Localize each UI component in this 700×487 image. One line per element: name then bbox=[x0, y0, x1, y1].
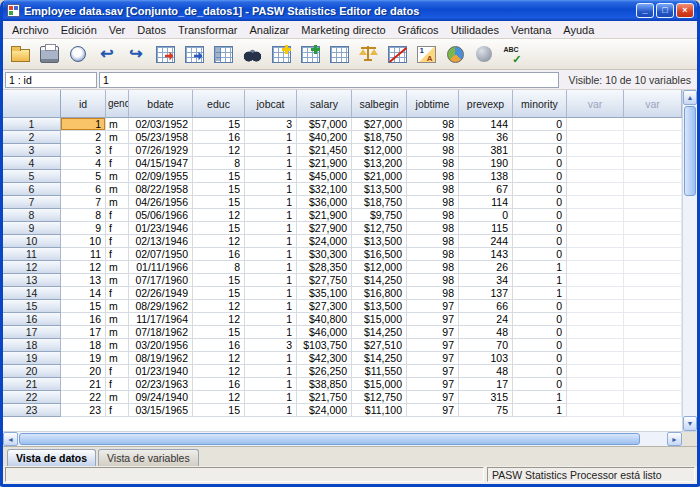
cell-r21-minority[interactable]: 0 bbox=[513, 378, 567, 391]
horizontal-scrollbar[interactable]: ◄ ► bbox=[3, 431, 697, 446]
scroll-up-arrow-icon[interactable]: ▲ bbox=[683, 90, 697, 105]
cell-r16-id[interactable]: 16 bbox=[61, 313, 106, 326]
cell-r8-id[interactable]: 8 bbox=[61, 209, 106, 222]
cell-r3-id[interactable]: 3 bbox=[61, 144, 106, 157]
cell-r20-gender[interactable]: f bbox=[106, 365, 129, 378]
cell-r10-minority[interactable]: 0 bbox=[513, 235, 567, 248]
cell-r20-salbegin[interactable]: $11,550 bbox=[352, 365, 407, 378]
cell-empty[interactable] bbox=[567, 131, 624, 144]
cell-r22-jobcat[interactable]: 1 bbox=[245, 391, 297, 404]
cell-r20-id[interactable]: 20 bbox=[61, 365, 106, 378]
cell-r18-prevexp[interactable]: 70 bbox=[459, 339, 513, 352]
column-header-minority[interactable]: minority bbox=[513, 90, 567, 118]
column-header-jobtime[interactable]: jobtime bbox=[407, 90, 459, 118]
cell-empty[interactable] bbox=[567, 326, 624, 339]
cell-empty[interactable] bbox=[624, 261, 682, 274]
column-header-id[interactable]: id bbox=[61, 90, 106, 118]
cell-r20-bdate[interactable]: 01/23/1940 bbox=[129, 365, 193, 378]
cell-empty[interactable] bbox=[567, 404, 624, 417]
cell-r16-minority[interactable]: 0 bbox=[513, 313, 567, 326]
cell-r4-gender[interactable]: f bbox=[106, 157, 129, 170]
cell-r3-bdate[interactable]: 07/26/1929 bbox=[129, 144, 193, 157]
cell-r5-minority[interactable]: 0 bbox=[513, 170, 567, 183]
cell-empty[interactable] bbox=[567, 339, 624, 352]
cell-r7-salary[interactable]: $36,000 bbox=[297, 196, 352, 209]
cell-r2-bdate[interactable]: 05/23/1958 bbox=[129, 131, 193, 144]
cell-r6-salbegin[interactable]: $13,500 bbox=[352, 183, 407, 196]
cell-r9-prevexp[interactable]: 115 bbox=[459, 222, 513, 235]
spell-check-button[interactable] bbox=[500, 41, 526, 67]
cell-r1-jobtime[interactable]: 98 bbox=[407, 118, 459, 131]
cell-r19-educ[interactable]: 12 bbox=[193, 352, 245, 365]
cell-r22-bdate[interactable]: 09/24/1940 bbox=[129, 391, 193, 404]
cell-empty[interactable] bbox=[567, 352, 624, 365]
cell-r13-gender[interactable]: m bbox=[106, 274, 129, 287]
cell-empty[interactable] bbox=[624, 287, 682, 300]
cell-r21-id[interactable]: 21 bbox=[61, 378, 106, 391]
row-header-3[interactable]: 3 bbox=[3, 144, 61, 157]
cell-r12-minority[interactable]: 1 bbox=[513, 261, 567, 274]
cell-r1-bdate[interactable]: 02/03/1952 bbox=[129, 118, 193, 131]
row-header-7[interactable]: 7 bbox=[3, 196, 61, 209]
cell-r14-salbegin[interactable]: $16,800 bbox=[352, 287, 407, 300]
cell-r16-bdate[interactable]: 11/17/1964 bbox=[129, 313, 193, 326]
cell-r18-salbegin[interactable]: $27,510 bbox=[352, 339, 407, 352]
cell-r5-jobtime[interactable]: 98 bbox=[407, 170, 459, 183]
cell-r8-jobtime[interactable]: 98 bbox=[407, 209, 459, 222]
cell-r12-gender[interactable]: m bbox=[106, 261, 129, 274]
cell-r21-gender[interactable]: f bbox=[106, 378, 129, 391]
cell-r13-prevexp[interactable]: 34 bbox=[459, 274, 513, 287]
cell-r21-educ[interactable]: 16 bbox=[193, 378, 245, 391]
cell-r19-jobcat[interactable]: 1 bbox=[245, 352, 297, 365]
menu-item-ventana[interactable]: Ventana bbox=[505, 23, 557, 37]
cell-r1-prevexp[interactable]: 144 bbox=[459, 118, 513, 131]
cell-r10-salbegin[interactable]: $13,500 bbox=[352, 235, 407, 248]
menu-item-datos[interactable]: Datos bbox=[131, 23, 172, 37]
cell-r20-prevexp[interactable]: 48 bbox=[459, 365, 513, 378]
cell-r22-jobtime[interactable]: 97 bbox=[407, 391, 459, 404]
cell-empty[interactable] bbox=[624, 248, 682, 261]
cell-r10-bdate[interactable]: 02/13/1946 bbox=[129, 235, 193, 248]
cell-r17-prevexp[interactable]: 48 bbox=[459, 326, 513, 339]
cell-r9-gender[interactable]: f bbox=[106, 222, 129, 235]
cell-r18-jobcat[interactable]: 3 bbox=[245, 339, 297, 352]
cell-r4-educ[interactable]: 8 bbox=[193, 157, 245, 170]
row-header-12[interactable]: 12 bbox=[3, 261, 61, 274]
cell-r9-salary[interactable]: $27,900 bbox=[297, 222, 352, 235]
cell-empty[interactable] bbox=[567, 170, 624, 183]
find-button[interactable] bbox=[239, 41, 265, 67]
cell-r21-salbegin[interactable]: $15,000 bbox=[352, 378, 407, 391]
menu-item-analizar[interactable]: Analizar bbox=[244, 23, 296, 37]
cell-r11-gender[interactable]: f bbox=[106, 248, 129, 261]
cell-r6-id[interactable]: 6 bbox=[61, 183, 106, 196]
cell-r14-educ[interactable]: 15 bbox=[193, 287, 245, 300]
cell-r17-jobtime[interactable]: 97 bbox=[407, 326, 459, 339]
cell-r6-jobcat[interactable]: 1 bbox=[245, 183, 297, 196]
cell-r23-jobcat[interactable]: 1 bbox=[245, 404, 297, 417]
cell-r8-minority[interactable]: 0 bbox=[513, 209, 567, 222]
cell-r2-id[interactable]: 2 bbox=[61, 131, 106, 144]
cell-r7-id[interactable]: 7 bbox=[61, 196, 106, 209]
goto-variable-button[interactable] bbox=[181, 41, 207, 67]
cell-r4-salbegin[interactable]: $13,200 bbox=[352, 157, 407, 170]
row-header-13[interactable]: 13 bbox=[3, 274, 61, 287]
dialog-recall-button[interactable] bbox=[65, 41, 91, 67]
cell-r4-bdate[interactable]: 04/15/1947 bbox=[129, 157, 193, 170]
row-header-21[interactable]: 21 bbox=[3, 378, 61, 391]
cell-r11-prevexp[interactable]: 143 bbox=[459, 248, 513, 261]
cell-r9-educ[interactable]: 15 bbox=[193, 222, 245, 235]
menu-item-utilidades[interactable]: Utilidades bbox=[445, 23, 505, 37]
cell-r17-gender[interactable]: m bbox=[106, 326, 129, 339]
row-header-4[interactable]: 4 bbox=[3, 157, 61, 170]
scroll-left-arrow-icon[interactable]: ◄ bbox=[3, 432, 18, 446]
menu-item-ayuda[interactable]: Ayuda bbox=[557, 23, 600, 37]
column-header-educ[interactable]: educ bbox=[193, 90, 245, 118]
cell-r16-salbegin[interactable]: $15,000 bbox=[352, 313, 407, 326]
row-header-2[interactable]: 2 bbox=[3, 131, 61, 144]
cell-r14-salary[interactable]: $35,100 bbox=[297, 287, 352, 300]
cell-r13-minority[interactable]: 1 bbox=[513, 274, 567, 287]
cell-r4-jobtime[interactable]: 98 bbox=[407, 157, 459, 170]
column-header-salary[interactable]: salary bbox=[297, 90, 352, 118]
cell-r21-salary[interactable]: $38,850 bbox=[297, 378, 352, 391]
cell-r6-prevexp[interactable]: 67 bbox=[459, 183, 513, 196]
